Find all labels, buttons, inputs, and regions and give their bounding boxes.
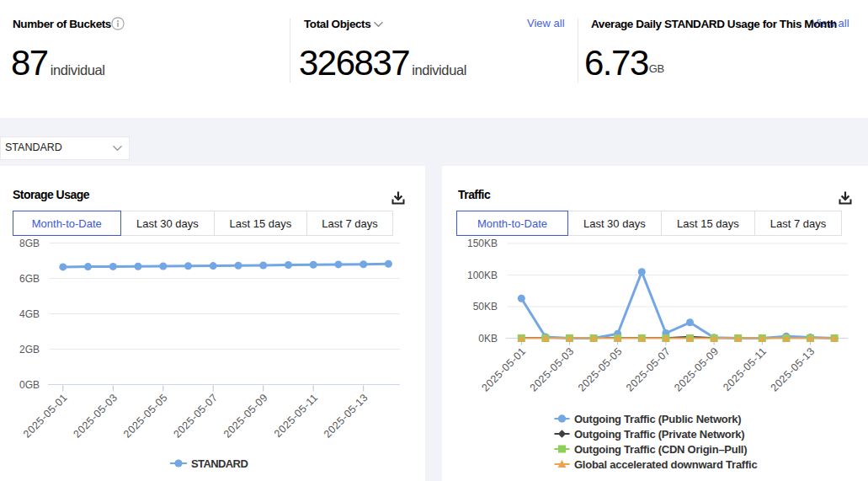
svg-text:Outgoing Traffic (Public Netwo: Outgoing Traffic (Public Network) bbox=[574, 413, 741, 425]
svg-text:50KB: 50KB bbox=[473, 301, 498, 313]
svg-text:2025-05-11: 2025-05-11 bbox=[721, 345, 769, 393]
svg-text:2025-05-05: 2025-05-05 bbox=[576, 345, 625, 394]
svg-text:Outgoing Traffic (CDN Origin–P: Outgoing Traffic (CDN Origin–Pull) bbox=[574, 443, 747, 456]
svg-text:150KB: 150KB bbox=[467, 238, 498, 249]
svg-text:2025-05-13: 2025-05-13 bbox=[769, 345, 817, 394]
svg-text:0KB: 0KB bbox=[478, 333, 498, 345]
svg-text:2025-05-03: 2025-05-03 bbox=[528, 345, 577, 394]
svg-text:2025-05-07: 2025-05-07 bbox=[624, 345, 673, 394]
svg-text:2025-05-01: 2025-05-01 bbox=[479, 345, 528, 394]
svg-text:100KB: 100KB bbox=[467, 270, 498, 281]
svg-text:2025-05-09: 2025-05-09 bbox=[672, 345, 721, 394]
svg-text:Outgoing Traffic (Private Netw: Outgoing Traffic (Private Network) bbox=[574, 428, 744, 441]
svg-text:Global accelerated downward Tr: Global accelerated downward Traffic bbox=[574, 458, 757, 471]
